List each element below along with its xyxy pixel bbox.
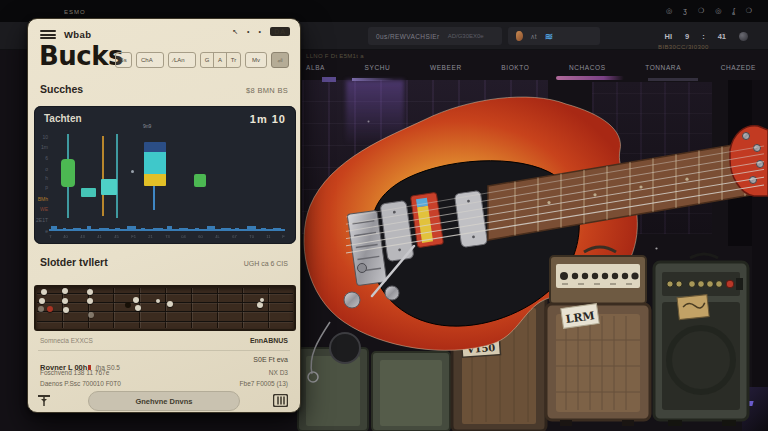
note-dot: [167, 301, 173, 307]
chart-tick: [273, 228, 281, 231]
chart-tick: [261, 228, 266, 231]
chart-bar: [194, 174, 206, 187]
chart-header: Tachten 1m 10: [44, 113, 286, 125]
main-panel: Wbab ↖ • • DA Bucks 5s ChA ⁄LAn G A Tr M…: [27, 18, 301, 413]
nav-tab[interactable]: Alba: [306, 64, 325, 71]
tab-footer: Somnecia EXXCS EnnABNUS: [40, 337, 288, 344]
address-text: 0us/REWVACHSIEr: [376, 33, 440, 40]
clock-item[interactable]: :: [702, 32, 705, 41]
sort-button[interactable]: 5s: [115, 52, 132, 68]
status-icon[interactable]: ʆ: [732, 7, 734, 15]
x-tick-label: 04: [182, 234, 187, 239]
media-controls[interactable]: ʌt ≋: [508, 27, 600, 45]
chart-tick: [153, 228, 163, 231]
status-icon[interactable]: ❍: [746, 7, 752, 15]
note-dot: [125, 302, 131, 308]
address-field[interactable]: 0us/REWVACHSIEr AD/G30EX0e: [368, 27, 502, 45]
chart-tick: [99, 228, 109, 231]
fret-line: [191, 288, 192, 328]
x-tick-label: 41: [97, 234, 102, 239]
action-button[interactable]: Gnehvne Dnvns: [88, 391, 240, 411]
tab-section-row: Slotder tvllert UGH ca 6 CIS: [40, 256, 288, 268]
music-stand-icon[interactable]: [36, 392, 52, 408]
dot-icon[interactable]: •: [247, 28, 249, 35]
clock-item[interactable]: HI: [664, 32, 672, 41]
clock-item[interactable]: 9: [685, 32, 689, 41]
summary-value: $8 BMN BS: [246, 86, 288, 95]
status-icon[interactable]: ◎: [715, 7, 721, 15]
clock-item[interactable]: 41: [718, 32, 726, 41]
chart-tick: [51, 226, 57, 231]
status-icon[interactable]: ʒ: [683, 7, 687, 15]
chart-tick: [141, 228, 145, 231]
summary-row: Sucches $8 BMN BS: [40, 83, 288, 95]
segment-group: G A Tr: [200, 52, 241, 68]
chart-tick: [247, 226, 256, 231]
return-button[interactable]: ⏎: [271, 52, 289, 68]
detail-rest: Daenos P.Ssc 700010 F0T0: [40, 380, 121, 387]
chart-tick: [207, 226, 215, 231]
moon-icon[interactable]: [739, 32, 748, 41]
chart-bar: [81, 188, 96, 197]
nav-tab[interactable]: Nchacos: [569, 64, 606, 71]
note-dot: [63, 307, 69, 313]
x-tick-label: 43: [80, 234, 85, 239]
note-dot: [39, 298, 45, 304]
seg-g-button[interactable]: G: [201, 53, 214, 67]
mic-label: ʌt: [531, 33, 537, 40]
x-tick-label: F: [282, 234, 284, 239]
y-tick-label: o: [45, 167, 48, 172]
y-tick-label: 6: [45, 156, 48, 161]
chart-title: Tachten: [44, 113, 82, 125]
address-secondary: AD/G30EX0e: [448, 33, 484, 39]
lan-field[interactable]: ⁄LAn: [168, 52, 196, 68]
chart-tick: [167, 226, 172, 231]
note-dot: [38, 306, 44, 312]
tone-knob: [385, 286, 399, 300]
note-dot: [87, 289, 93, 295]
cha-field[interactable]: ChA: [136, 52, 164, 68]
x-tick-label: 40: [64, 234, 69, 239]
note-dot: [133, 297, 139, 303]
fret-line: [217, 288, 218, 328]
note-dot: [62, 288, 68, 294]
mic-icon[interactable]: [516, 31, 523, 41]
x-tick-label: T0: [249, 234, 254, 239]
chart-wick: [116, 134, 118, 218]
x-tick-label: 7: [49, 234, 51, 239]
nav-tab[interactable]: Biokto: [501, 64, 529, 71]
chart-y-axis: 101m6ohpBMhWE2E1Te: [37, 132, 48, 232]
grid-icon[interactable]: [273, 394, 288, 407]
status-icon[interactable]: ◎: [666, 7, 672, 15]
chart-range: 1m 10: [250, 113, 286, 125]
status-icon[interactable]: ❍: [698, 7, 704, 15]
chart-bar: [61, 159, 75, 187]
chart-stem: [153, 186, 155, 210]
wave-logo-icon[interactable]: ≋: [545, 31, 553, 42]
menu-icon[interactable]: [40, 30, 56, 39]
x-tick-label: 60: [198, 234, 203, 239]
dot-icon-2[interactable]: •: [259, 28, 261, 35]
seg-a-button[interactable]: A: [214, 53, 227, 67]
nav-tab[interactable]: Sychu: [365, 64, 391, 71]
chart-tick: [221, 228, 231, 231]
string-line: [37, 311, 293, 312]
nav-tab[interactable]: Chazede: [721, 64, 756, 71]
detail-row: Daenos P.Ssc 700010 F0T0 Fbe7 F0005 (13): [40, 380, 288, 387]
y-tick-label: 10: [42, 135, 48, 140]
divider: [38, 350, 290, 351]
chart-x-axis: 740434145F1217304604L67T011F: [49, 234, 285, 239]
chart-baseline: [49, 229, 285, 231]
chart-tick: [87, 226, 91, 231]
mv-button[interactable]: Mv: [245, 52, 267, 68]
fret-line: [113, 288, 114, 328]
nav-tab[interactable]: Tonnara: [645, 64, 681, 71]
y-tick-label: 1m: [41, 145, 48, 150]
note-dot: [88, 312, 94, 318]
cursor-icon[interactable]: ↖: [232, 28, 238, 36]
seg-tr-button[interactable]: Tr: [227, 53, 240, 67]
nav-tab[interactable]: Webeer: [430, 64, 462, 71]
string-line: [37, 321, 293, 322]
details-block: Rovner L 00h(ha S0.5 S0E Ft eva Foschven…: [40, 356, 288, 394]
scene-caption: LLNO F Dt E5M1t a: [306, 53, 364, 59]
